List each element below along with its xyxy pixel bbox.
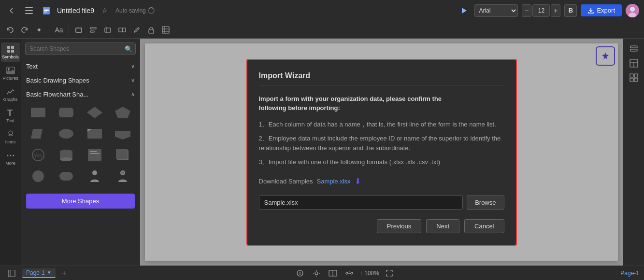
shape-doc[interactable] <box>82 145 108 165</box>
svg-rect-18 <box>149 29 154 33</box>
basic-shapes-section-header[interactable]: Basic Drawing Shapes ∨ <box>21 73 140 87</box>
sample-link[interactable]: Sample.xlsx <box>317 178 351 185</box>
align-tool[interactable] <box>87 24 100 36</box>
shape-rounded-2[interactable] <box>53 167 79 186</box>
redo-button[interactable] <box>18 24 31 36</box>
sidebar-item-graphs[interactable]: Graphs <box>1 85 20 104</box>
dialog-overlay: Import Wizard Import a form with your or… <box>140 39 623 266</box>
settings-icon[interactable] <box>310 267 323 280</box>
canvas-area[interactable]: Import Wizard Import a form with your or… <box>140 39 623 266</box>
cancel-button[interactable]: Cancel <box>464 219 504 233</box>
shape-diamond[interactable] <box>82 103 108 122</box>
download-label: Download Samples <box>259 178 313 185</box>
menu-button[interactable] <box>22 4 36 17</box>
sidebar-item-pictures[interactable]: Pictures <box>1 64 20 83</box>
sidebar-item-icons[interactable]: Icons <box>1 127 20 147</box>
shape-circle-yes[interactable]: Yes <box>25 145 51 165</box>
file-input[interactable] <box>259 196 463 210</box>
font-size-decrease[interactable]: − <box>522 4 531 17</box>
add-page-button[interactable]: + <box>59 268 69 278</box>
svg-point-28 <box>8 68 10 70</box>
crop-tool[interactable] <box>101 24 114 36</box>
svg-rect-2 <box>25 13 33 14</box>
sidebar-content: 🔍 Text ∨ Basic Drawing Shapes ∨ Basic Fl… <box>21 39 140 266</box>
svg-rect-54 <box>59 172 73 181</box>
svg-point-75 <box>346 272 348 274</box>
page-tab-bottom[interactable]: Page-1 <box>620 270 639 277</box>
star-icon[interactable]: ☆ <box>98 4 112 17</box>
svg-rect-52 <box>116 149 128 159</box>
shapes-grid: Yes <box>21 101 140 190</box>
download-icon[interactable]: ⬇ <box>355 177 361 186</box>
page-tab-1[interactable]: Page-1 ▼ <box>22 268 56 278</box>
svg-rect-16 <box>119 28 122 32</box>
shape-rectangle[interactable] <box>25 103 51 122</box>
shape-paper-fold[interactable] <box>82 124 108 143</box>
svg-marker-36 <box>87 107 102 118</box>
back-button[interactable] <box>5 4 18 17</box>
shape-banner[interactable] <box>110 124 136 143</box>
font-size-increase[interactable]: + <box>551 4 560 17</box>
sidebar-item-more[interactable]: More <box>1 149 20 168</box>
avatar[interactable] <box>626 4 639 17</box>
export-button[interactable]: Export <box>581 4 622 16</box>
shape-rounded-rect[interactable] <box>53 103 79 122</box>
shape-pentagon[interactable] <box>110 103 136 122</box>
edit-tool[interactable] <box>130 24 143 36</box>
right-panel-template[interactable] <box>628 57 640 70</box>
undo-button[interactable] <box>4 24 16 36</box>
shape-parallelogram[interactable] <box>25 124 51 143</box>
download-row: Download Samples Sample.xlsx ⬇ <box>259 177 504 186</box>
svg-point-9 <box>630 7 635 12</box>
svg-rect-66 <box>634 78 638 82</box>
sidebar: Symbols Pictures Graphs T Text Icons <box>0 39 140 266</box>
shape-tool[interactable] <box>72 24 85 36</box>
lock-tool[interactable] <box>145 24 157 36</box>
right-panel-grid[interactable] <box>628 71 640 84</box>
connection-icon[interactable] <box>343 267 356 280</box>
search-input[interactable] <box>25 42 136 55</box>
sidebar-toggle-button[interactable] <box>5 266 18 280</box>
svg-point-71 <box>300 274 301 275</box>
sidebar-icons: Symbols Pictures Graphs T Text Icons <box>0 39 21 266</box>
svg-rect-24 <box>11 46 14 49</box>
right-panel-layers[interactable] <box>628 42 640 55</box>
search-icon[interactable]: 🔍 <box>125 45 132 53</box>
svg-point-47 <box>60 157 72 161</box>
bold-button[interactable]: B <box>564 4 577 17</box>
file-icon <box>40 4 53 17</box>
fullscreen-icon[interactable] <box>383 267 396 280</box>
shape-cylinder[interactable] <box>53 145 79 165</box>
svg-rect-58 <box>630 46 637 48</box>
dialog-intro-line1: Import a form with your organization dat… <box>259 95 442 102</box>
arrange-tool[interactable] <box>116 24 129 36</box>
basic-shapes-title: Basic Drawing Shapes <box>26 77 89 84</box>
flowchart-section-header[interactable]: Basic Flowchart Sha... ∧ <box>21 87 140 101</box>
more-shapes-button[interactable]: More Shapes <box>26 194 135 209</box>
svg-rect-63 <box>630 74 633 77</box>
view-icon[interactable] <box>327 267 339 280</box>
dialog-footer: Previous Next Cancel <box>259 219 504 233</box>
dialog-item-2: 2、Employee data must include the employe… <box>259 134 504 153</box>
shape-circle-2[interactable] <box>25 167 51 186</box>
shape-person[interactable] <box>82 167 108 186</box>
next-button[interactable]: Next <box>426 219 459 233</box>
font-size-input[interactable] <box>532 4 550 17</box>
cursor-tool[interactable]: ✦ <box>33 24 45 36</box>
font-selector[interactable]: Arial <box>474 4 518 17</box>
shape-ellipse[interactable] <box>53 124 79 143</box>
svg-point-31 <box>7 155 8 156</box>
svg-rect-13 <box>90 31 94 32</box>
previous-button[interactable]: Previous <box>377 219 422 233</box>
status-icon[interactable] <box>294 267 306 280</box>
sidebar-item-symbols[interactable]: Symbols <box>1 42 20 62</box>
shape-user-2[interactable] <box>110 167 136 186</box>
play-button[interactable] <box>457 4 471 17</box>
svg-rect-34 <box>31 108 45 117</box>
sidebar-item-text[interactable]: T Text <box>1 106 20 126</box>
browse-button[interactable]: Browse <box>467 196 504 210</box>
shape-multipage[interactable] <box>110 145 136 165</box>
format-button[interactable]: Aa <box>53 24 65 36</box>
text-section-header[interactable]: Text ∨ <box>21 59 140 73</box>
table-tool[interactable] <box>159 24 172 36</box>
